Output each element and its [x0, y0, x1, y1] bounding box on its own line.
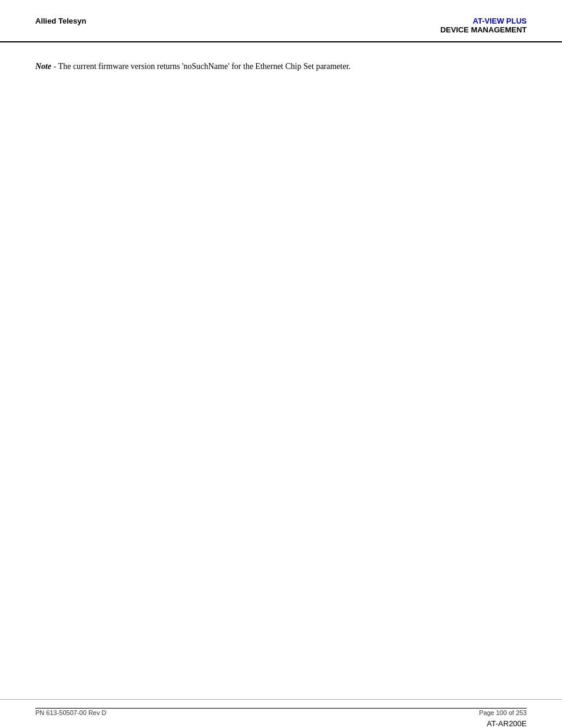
page-header: Allied Telesyn AT-VIEW PLUS DEVICE MANAG…	[0, 0, 562, 42]
header-title: AT-VIEW PLUS DEVICE MANAGEMENT	[440, 17, 527, 34]
header-title-line2: DEVICE MANAGEMENT	[440, 25, 527, 34]
note-dash: -	[51, 62, 58, 71]
page-footer: PN 613-50507-00 Rev D Page 100 of 253	[0, 699, 562, 728]
footer-part-number: PN 613-50507-00 Rev D	[35, 709, 106, 716]
company-name: Allied Telesyn	[35, 17, 86, 25]
note-paragraph: Note - The current firmware version retu…	[35, 60, 527, 73]
note-body: The current firmware version returns 'no…	[58, 62, 351, 71]
page-container: Allied Telesyn AT-VIEW PLUS DEVICE MANAG…	[0, 0, 562, 728]
header-title-line1: AT-VIEW PLUS	[440, 17, 527, 25]
footer-page-number: Page 100 of 253	[479, 709, 527, 716]
main-content: Note - The current firmware version retu…	[0, 42, 562, 696]
note-label: Note	[35, 62, 51, 71]
